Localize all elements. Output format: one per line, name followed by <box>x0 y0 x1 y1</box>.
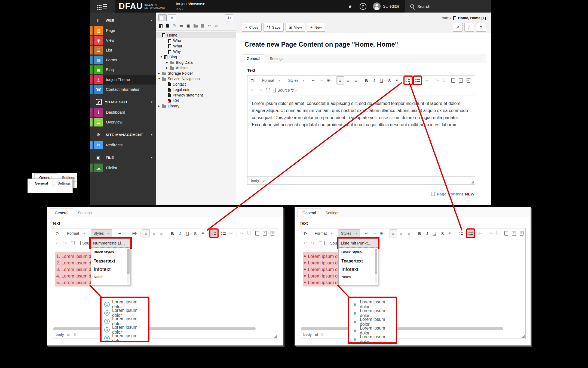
rte-content[interactable]: 1.Lorem ipsum do 2.Lorem ipsum do 3.Lore… <box>52 248 278 328</box>
drag-external-icon[interactable] <box>201 24 204 28</box>
rte-content[interactable]: Lorem ipsum do Lorem ipsum do Lorem ipsu… <box>300 248 525 328</box>
underline-button[interactable]: U <box>431 230 439 237</box>
bookmark-star-icon[interactable]: ★ <box>348 3 353 10</box>
tab-general[interactable]: General <box>242 54 265 63</box>
cut-button[interactable]: ✂ <box>238 230 246 237</box>
bullet-list-button[interactable] <box>414 77 421 84</box>
table-button[interactable]: ⊞▾ <box>326 77 333 84</box>
bullet-list-button[interactable] <box>467 230 474 237</box>
tree-node-articles[interactable]: ▶Articles <box>156 65 236 71</box>
unlink-button[interactable]: ∾ <box>124 230 131 237</box>
align-center-button[interactable]: ≡ <box>345 77 352 84</box>
dropdown-item-infotext[interactable]: Infotext <box>339 264 378 273</box>
tree-node-privacy-statement[interactable]: Privacy statement <box>156 92 236 98</box>
filter-button[interactable]: ∇ <box>168 14 176 21</box>
remove-format-button[interactable]: Tx <box>249 77 256 84</box>
spellcheck-button[interactable]: ABC✓▾ <box>290 86 298 94</box>
tree-node-blog[interactable]: ▼Blog <box>156 54 236 60</box>
chevron-down-icon[interactable]: ▾ <box>151 133 152 137</box>
remove-format-button[interactable]: Tx <box>54 230 61 237</box>
ordered-list-button[interactable]: 12 <box>210 230 218 237</box>
chevron-down-icon[interactable]: ▾ <box>151 19 152 22</box>
sidebar-item-view[interactable]: ◉ View <box>90 35 156 45</box>
table-button[interactable]: ⊞▾ <box>379 230 386 237</box>
select-all-button[interactable] <box>317 239 324 247</box>
underline-button[interactable]: U <box>378 77 385 84</box>
drag-spacer-icon[interactable]: ▣ <box>186 23 190 28</box>
tree-node-library[interactable]: ▶Library <box>156 103 236 109</box>
align-center-button[interactable]: ≡ <box>398 230 405 237</box>
link-button[interactable]: ∾ <box>116 230 123 237</box>
tab-settings[interactable]: Settings <box>321 209 344 217</box>
cut-button[interactable]: ✂ <box>434 77 442 84</box>
align-left-button[interactable]: ≡ <box>142 229 150 237</box>
chevron-down-icon[interactable]: ▾ <box>151 156 152 159</box>
record-title[interactable]: Page Content <box>437 192 463 196</box>
select-all-button[interactable] <box>264 86 271 94</box>
format-select[interactable]: Format▾ <box>65 230 87 237</box>
tree-node-who[interactable]: Who <box>156 38 236 43</box>
tree-node-storage-folder[interactable]: ▶Storage Folder <box>156 71 236 76</box>
styles-select[interactable]: Styles▾ <box>338 229 360 237</box>
tab-general[interactable]: General <box>298 209 321 217</box>
cut-button[interactable]: ✂ <box>488 230 495 237</box>
sidebar-item-page[interactable]: ▤ Page <box>90 26 156 35</box>
sidebar-item-overview[interactable]: ☰ Overview <box>90 117 156 127</box>
new-button[interactable]: +New <box>307 23 325 32</box>
sidebar-item-forms[interactable]: ▥ Forms <box>90 55 156 65</box>
docheader-help-icon[interactable]: ? <box>476 23 486 32</box>
open-new-window-icon[interactable]: ↗ <box>453 23 463 32</box>
bold-button[interactable]: B <box>416 230 423 237</box>
horizontal-scrollbar[interactable] <box>53 327 277 330</box>
italic-button[interactable]: I <box>371 77 378 84</box>
copy-button[interactable] <box>442 77 449 84</box>
dropdown-scrollbar[interactable] <box>127 249 130 284</box>
bold-button[interactable]: B <box>363 77 370 84</box>
drag-link-icon[interactable]: ∾ <box>208 23 211 28</box>
unlink-button[interactable]: ∾ <box>318 77 325 84</box>
module-list-icon[interactable] <box>103 4 107 5</box>
paste-button[interactable] <box>503 230 510 237</box>
unlink-button[interactable]: ∾ <box>371 230 378 237</box>
sidebar-section-site-management[interactable]: ⊕ SITE MANAGEMENT ▾ <box>90 129 156 140</box>
tree-node-blog-data[interactable]: ▶Blog Data <box>156 60 236 65</box>
ordered-list-button[interactable]: 12 <box>405 77 412 84</box>
sidebar-item-filelist[interactable]: ☁ Filelist <box>90 163 156 173</box>
align-right-button[interactable]: ≡ <box>352 77 359 84</box>
align-right-button[interactable]: ≡ <box>405 230 412 237</box>
redo-button[interactable]: ↷ <box>309 239 316 247</box>
paste-button[interactable] <box>254 230 261 237</box>
tree-node-404[interactable]: 404 <box>156 98 236 103</box>
drag-divider-icon[interactable]: ⇄ <box>215 23 218 28</box>
refresh-icon[interactable]: ↻ <box>225 14 233 21</box>
italic-button[interactable]: I <box>424 230 431 237</box>
ordered-list-button[interactable]: 12 <box>458 230 465 237</box>
bookmark-outline-icon[interactable]: ☆ <box>464 23 474 32</box>
format-select[interactable]: Format▾ <box>260 77 282 84</box>
bullet-list-button[interactable] <box>220 230 227 237</box>
drag-page-icon[interactable] <box>159 24 163 28</box>
sidebar-item-contact-information[interactable]: ☎ Contact Information <box>90 85 156 94</box>
drag-folder-icon[interactable] <box>194 25 198 28</box>
select-all-button[interactable] <box>69 239 76 247</box>
link-button[interactable]: ∾ <box>363 230 370 237</box>
align-left-button[interactable]: ≡ <box>336 76 344 85</box>
username[interactable]: SU editor <box>383 4 399 8</box>
rte-content[interactable]: Lorem ipsum dolor sit amet, consectetur … <box>247 95 475 176</box>
horizontal-scrollbar[interactable] <box>301 327 525 330</box>
tree-node-contact[interactable]: Contact <box>156 82 236 87</box>
copy-button[interactable] <box>495 230 502 237</box>
outdent-button[interactable]: ⇤ <box>477 230 484 237</box>
strikethrough-button[interactable]: S <box>439 230 446 237</box>
blockquote-button[interactable]: ” <box>394 76 401 85</box>
outdent-button[interactable]: ⇤ <box>228 230 235 237</box>
table-button[interactable]: ⊞▾ <box>131 230 138 237</box>
italic-button[interactable]: I <box>176 230 183 237</box>
strikethrough-button[interactable]: S <box>386 77 393 84</box>
resize-handle[interactable] <box>471 181 474 183</box>
align-right-button[interactable]: ≡ <box>158 230 165 237</box>
sidebar-section-yoast[interactable]: y YOAST SEO ▾ <box>90 96 156 107</box>
sidebar-section-file[interactable]: ▣ FILE ▾ <box>90 152 156 163</box>
blockquote-button[interactable]: ” <box>447 228 454 238</box>
save-button[interactable]: Save <box>264 23 284 32</box>
